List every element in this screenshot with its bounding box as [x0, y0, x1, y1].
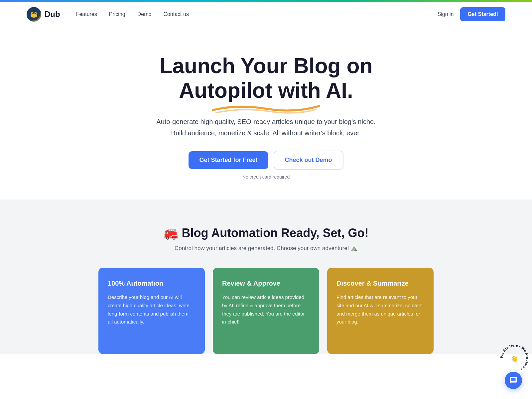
features-subtitle: Control how your articles are generated.… — [27, 245, 505, 252]
circular-text-svg: We Are Here • We Are Here • 👋 — [499, 342, 530, 354]
feature-card-review: Review & Approve You can review article … — [213, 268, 319, 354]
svg-text:We Are Here • We Are Here •: We Are Here • We Are Here • — [499, 343, 529, 354]
underline-svg — [209, 101, 323, 114]
feature-card-automation-text: Describe your blog and our AI will creat… — [108, 293, 196, 326]
hero-title-text: Launch Your Blog on Autopilot with AI. — [159, 54, 372, 102]
hero-buttons: Get Started for Free! Check out Demo — [13, 151, 519, 170]
navbar-right: Sign in Get Started! — [438, 7, 506, 21]
feature-card-review-text: You can review article ideas provided by… — [222, 293, 310, 326]
svg-point-5 — [35, 13, 36, 14]
we-are-here-badge: We Are Here • We Are Here • 👋 — [499, 342, 530, 354]
nav-item-demo[interactable]: Demo — [137, 11, 152, 17]
features-title-text: Blog Automation Ready, Set, Go! — [182, 226, 369, 240]
nav-item-contact[interactable]: Contact us — [163, 11, 189, 17]
logo-icon — [27, 7, 41, 22]
feature-card-automation: 100% Automation Describe your blog and o… — [98, 268, 205, 354]
nav-item-features[interactable]: Features — [76, 11, 97, 17]
get-started-free-button[interactable]: Get Started for Free! — [189, 151, 268, 169]
feature-card-review-title: Review & Approve — [222, 280, 310, 287]
feature-card-discover-text: Find articles that are relevant to your … — [336, 293, 424, 326]
svg-point-4 — [32, 13, 33, 14]
feature-card-automation-title: 100% Automation — [108, 280, 196, 287]
features-section: 🚒 Blog Automation Ready, Set, Go! Contro… — [0, 200, 532, 354]
feature-card-discover: Discover & Summarize Find articles that … — [327, 268, 434, 354]
nav-item-pricing[interactable]: Pricing — [109, 11, 125, 17]
feature-card-discover-title: Discover & Summarize — [336, 280, 424, 287]
nav-links: Features Pricing Demo Contact us — [76, 11, 189, 17]
navbar: Dub Features Pricing Demo Contact us Sig… — [0, 2, 532, 27]
hero-section: Launch Your Blog on Autopilot with AI. A… — [0, 27, 532, 200]
logo-text: Dub — [45, 10, 60, 19]
hero-title-wrapper: Launch Your Blog on Autopilot with AI. — [116, 54, 416, 109]
hero-subtitle: Auto-generate high quality, SEO-ready ar… — [153, 116, 379, 139]
get-started-nav-button[interactable]: Get Started! — [460, 7, 505, 21]
no-credit-text: No credit card required — [13, 174, 519, 180]
hero-title: Launch Your Blog on Autopilot with AI. — [116, 54, 416, 104]
features-title-emoji: 🚒 — [163, 226, 178, 240]
logo[interactable]: Dub — [27, 7, 60, 22]
feature-cards: 100% Automation Describe your blog and o… — [27, 268, 505, 354]
navbar-left: Dub Features Pricing Demo Contact us — [27, 7, 189, 22]
check-demo-button[interactable]: Check out Demo — [274, 151, 343, 170]
features-title: 🚒 Blog Automation Ready, Set, Go! — [27, 226, 505, 240]
sign-in-button[interactable]: Sign in — [438, 11, 454, 17]
